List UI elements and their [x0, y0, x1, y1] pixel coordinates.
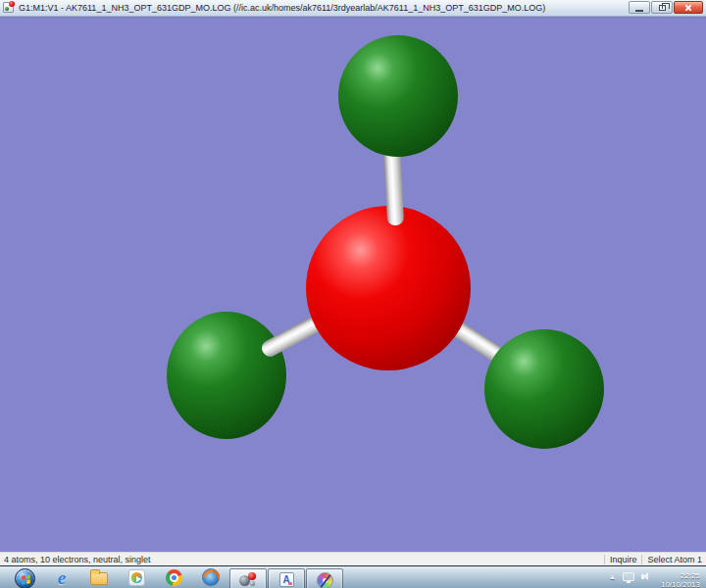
close-icon — [683, 3, 693, 13]
taskbar-item-gaussview[interactable] — [229, 568, 267, 588]
gaussview-icon — [238, 571, 258, 588]
chrome-icon — [166, 569, 182, 586]
window-controls — [628, 1, 703, 14]
taskbar-item-chrome[interactable] — [155, 568, 192, 586]
outer-atom-left[interactable] — [167, 312, 286, 439]
statusbar-separator — [641, 555, 642, 564]
statusbar-separator — [604, 555, 605, 564]
taskbar-item-internet-explorer[interactable]: e — [43, 568, 80, 587]
restore-icon — [659, 5, 666, 11]
taskbar-pinned-group: e A — [0, 566, 344, 588]
firefox-icon — [202, 568, 220, 586]
central-atom[interactable] — [306, 206, 471, 370]
outer-atom-top[interactable] — [338, 35, 458, 157]
gaussview-window-icon — [3, 2, 14, 13]
internet-explorer-icon: e — [58, 568, 66, 587]
taskbar-item-text-app[interactable]: A — [268, 568, 305, 588]
statusbar-right: Inquire Select Atom 1 — [599, 555, 702, 564]
network-icon[interactable] — [623, 572, 634, 581]
close-button[interactable] — [674, 1, 703, 14]
show-hidden-icons-icon[interactable]: ▲ — [609, 573, 616, 581]
taskbar-item-paint-app[interactable] — [306, 568, 343, 588]
selection-status: Select Atom 1 — [647, 555, 702, 564]
clock-time: 22:25 — [661, 571, 700, 580]
window-titlebar[interactable]: G1:M1:V1 - AK7611_1_NH3_OPT_631GDP_MO.LO… — [0, 0, 706, 17]
clock-date: 10/10/2013 — [661, 580, 700, 588]
media-player-icon — [128, 569, 145, 586]
text-app-icon: A — [279, 572, 294, 587]
statusbar: 4 atoms, 10 electrons, neutral, singlet … — [0, 552, 706, 565]
speaker-icon[interactable] — [641, 571, 653, 582]
minimize-button[interactable] — [629, 1, 650, 14]
windows-taskbar: e A ▲ 22:25 10/10/2013 — [0, 565, 706, 588]
outer-atom-right[interactable] — [484, 329, 604, 449]
taskbar-clock[interactable]: 22:25 10/10/2013 — [661, 571, 700, 588]
paint-palette-icon — [317, 572, 333, 588]
mouse-mode-status: Inquire — [610, 555, 637, 564]
start-button[interactable] — [6, 568, 43, 588]
molecule-viewport[interactable] — [0, 17, 706, 552]
molecule-summary: 4 atoms, 10 electrons, neutral, singlet — [4, 555, 599, 564]
minimize-icon — [635, 10, 643, 12]
taskbar-item-firefox[interactable] — [192, 568, 229, 586]
restore-button[interactable] — [651, 1, 673, 14]
window-title: G1:M1:V1 - AK7611_1_NH3_OPT_631GDP_MO.LO… — [19, 3, 624, 13]
taskbar-item-windows-explorer[interactable] — [80, 568, 118, 585]
folder-icon — [90, 572, 108, 585]
taskbar-item-media-player[interactable] — [118, 568, 155, 586]
system-tray: ▲ 22:25 10/10/2013 — [609, 566, 706, 588]
windows-start-icon — [15, 568, 35, 588]
